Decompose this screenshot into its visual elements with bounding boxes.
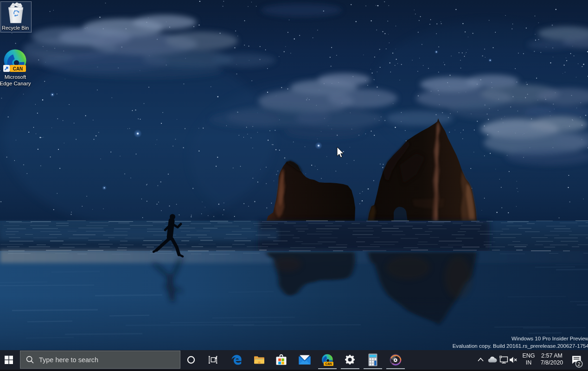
svg-text:CAN: CAN xyxy=(13,66,23,71)
svg-text:CAN: CAN xyxy=(325,362,332,365)
svg-text:2: 2 xyxy=(578,361,581,367)
